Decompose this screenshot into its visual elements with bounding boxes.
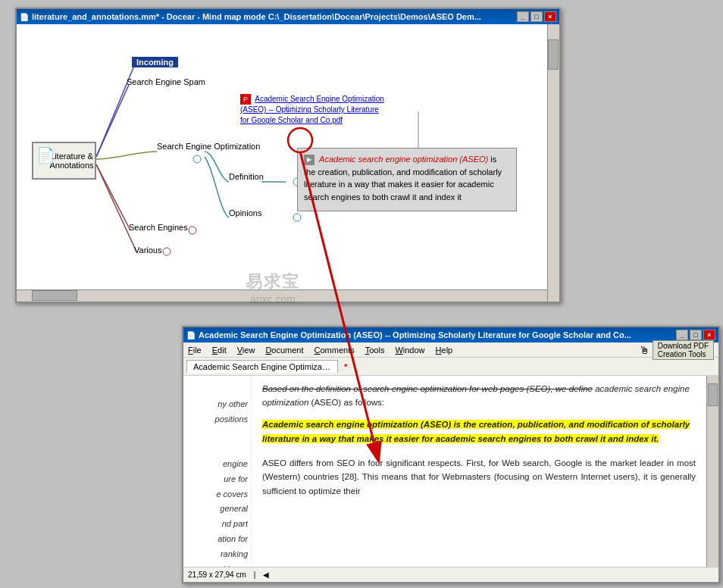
left-line-2: ny other	[186, 397, 248, 412]
svg-line-3	[96, 164, 136, 252]
left-line-1	[186, 382, 248, 397]
mindmap-spam-node[interactable]: Search Engine Spam	[127, 77, 205, 86]
mindmap-various-node[interactable]: Various	[134, 246, 161, 255]
pdf-toolbar: Academic Search Engine Optimization (ASE…	[183, 358, 718, 376]
titlebar-left: 📄 literature_and_annotations.mm* - Docea…	[20, 12, 481, 21]
pdf-left-column: ny other positions engine ure for e cove…	[183, 376, 252, 582]
svg-point-9	[293, 214, 301, 221]
pdf-title-left: 📄 Academic Search Engine Optimization (A…	[186, 330, 631, 339]
left-line-10: nd part	[186, 517, 248, 532]
download-btn-label: Download PDFCreation Tools	[658, 342, 709, 358]
pdf-title-text: Academic Search Engine Optimization (ASE…	[199, 330, 631, 339]
pdf-dimensions: 21,59 x 27,94 cm	[188, 571, 246, 579]
pdf-menubar: File Edit View Document Comments Tools W…	[183, 342, 718, 358]
mindmap-tooltip-node[interactable]: ▶ Academic search engine optimization (A…	[297, 148, 517, 211]
cursor-icon: 🖱	[639, 344, 649, 356]
tooltip-text: Academic search engine optimization (ASE…	[304, 155, 502, 202]
mindmap-seo-node[interactable]: Search Engine Optimization	[157, 142, 260, 151]
pdf-titlebar-controls[interactable]: _ □ ×	[676, 330, 715, 340]
left-line-3: positions	[186, 412, 248, 427]
download-pdf-btn[interactable]: Download PDFCreation Tools	[653, 340, 714, 360]
incoming-label: Incoming	[136, 58, 174, 67]
svg-point-7	[193, 155, 201, 163]
svg-point-10	[189, 227, 196, 234]
close-btn[interactable]: ×	[544, 11, 556, 22]
pdf-tab[interactable]: Academic Search Engine Optimization (ASE…	[186, 360, 338, 373]
pdf-aseo-definition: Academic search engine optimization (ASE…	[262, 420, 690, 444]
pdf-page-indicator: ◀	[263, 571, 269, 579]
menu-help[interactable]: Help	[436, 346, 453, 355]
pdf-minimize-btn[interactable]: _	[676, 330, 688, 340]
left-line-9: general	[186, 502, 248, 517]
pdf-close-btn[interactable]: ×	[703, 330, 715, 340]
mindmap-scrollbar-v[interactable]	[547, 24, 559, 302]
mindmap-titlebar: 📄 literature_and_annotations.mm* - Docea…	[17, 9, 559, 24]
opinions-label: Opinions	[229, 208, 261, 217]
mindmap-title-icon: 📄	[20, 13, 29, 21]
left-line-5	[186, 442, 248, 457]
various-label: Various	[134, 246, 161, 255]
menu-document[interactable]: Document	[265, 346, 303, 355]
pdf-scrollbar-v[interactable]	[706, 376, 718, 582]
mindmap-definition-node[interactable]: Definition	[229, 172, 264, 181]
minimize-btn[interactable]: _	[517, 11, 529, 22]
pdf-main-content: Based on the definition of search engine…	[252, 376, 706, 582]
svg-point-11	[163, 248, 171, 255]
tooltip-node-icon: ▶	[304, 155, 315, 165]
menu-window[interactable]: Window	[395, 346, 424, 355]
mindmap-opinions-node[interactable]: Opinions	[229, 208, 261, 217]
pdf-scroll-thumb[interactable]	[708, 383, 718, 406]
mindmap-incoming-node[interactable]: Incoming	[132, 57, 178, 67]
pdf-second-paragraph: ASEO differs from SEO in four significan…	[262, 456, 696, 498]
pdf-strikethrough-text: Based on the definition of search engine…	[262, 384, 593, 393]
menu-edit[interactable]: Edit	[212, 346, 227, 355]
watermark-line2: anxc.com	[250, 293, 296, 305]
pdf-intro-paragraph: Based on the definition of search engine…	[262, 382, 696, 410]
pdf-highlight-text: Academic search engine optimization (ASE…	[262, 418, 696, 447]
mindmap-scroll-thumb-v[interactable]	[548, 39, 559, 70]
definition-label: Definition	[229, 172, 264, 181]
watermark-line1: 易求宝	[246, 271, 300, 293]
watermark: 易求宝 anxc.com	[197, 258, 349, 318]
mindmap-searchengines-node[interactable]: Search Engines	[129, 223, 188, 232]
mindmap-titlebar-controls[interactable]: _ □ ×	[517, 11, 556, 22]
paper-label: Academic Search Engine Optimization(ASEO…	[240, 95, 384, 124]
mindmap-title-text: literature_and_annotations.mm* - Docear …	[32, 12, 481, 21]
left-line-12: ranking	[186, 547, 248, 562]
menu-view[interactable]: View	[237, 346, 255, 355]
svg-line-1	[96, 85, 129, 157]
tab-modified-indicator: *	[344, 362, 347, 371]
pdf-highlighted-block: Academic search engine optimization (ASE…	[262, 416, 696, 449]
left-line-7: ure for	[186, 472, 248, 487]
pdf-download-area[interactable]: 🖱 Download PDFCreation Tools	[639, 340, 714, 360]
left-line-8: e covers	[186, 487, 248, 502]
pdf-content: ny other positions engine ure for e cove…	[183, 376, 718, 582]
paper-pdf-icon: P	[240, 94, 251, 105]
mindmap-root-node[interactable]: 📄 Literature & Annotations	[32, 142, 96, 180]
pdf-statusbar-separator: |	[254, 571, 256, 579]
maximize-btn[interactable]: □	[531, 11, 543, 22]
pdf-tab-label: Academic Search Engine Optimization (ASE…	[193, 362, 338, 371]
spam-label: Search Engine Spam	[127, 77, 205, 86]
mindmap-scroll-thumb-h[interactable]	[32, 290, 77, 301]
menu-tools[interactable]: Tools	[365, 346, 385, 355]
menu-comments[interactable]: Comments	[315, 346, 355, 355]
pdf-restore-btn[interactable]: □	[690, 330, 702, 340]
pdf-title-icon: 📄	[186, 331, 196, 339]
left-line-4	[186, 427, 248, 442]
left-line-6: engine	[186, 457, 248, 472]
searchengines-label: Search Engines	[129, 223, 188, 232]
menu-file[interactable]: File	[188, 346, 202, 355]
mindmap-paper-node[interactable]: P Academic Search Engine Optimization(AS…	[240, 94, 415, 126]
pdf-statusbar: 21,59 x 27,94 cm | ◀	[183, 567, 718, 582]
pdf-window: 📄 Academic Search Engine Optimization (A…	[182, 326, 720, 583]
left-line-11: ation for	[186, 532, 248, 547]
seo-label: Search Engine Optimization	[157, 142, 260, 151]
